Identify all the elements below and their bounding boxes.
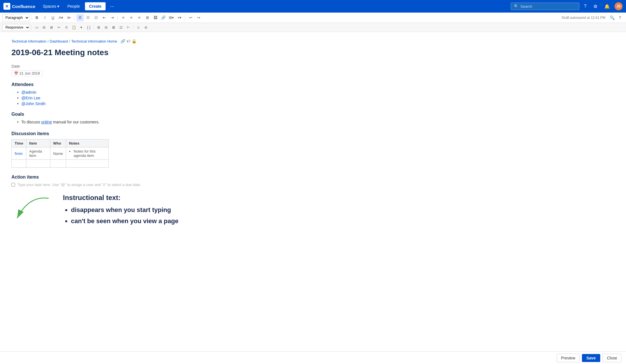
bullet-list-button[interactable]: ☰ bbox=[76, 14, 84, 21]
user-avatar[interactable]: JS bbox=[615, 2, 623, 10]
toolbar2-separator bbox=[94, 25, 94, 30]
mention-admin[interactable]: @admin bbox=[21, 90, 36, 95]
table-delete-button[interactable]: ⊠ bbox=[110, 24, 117, 31]
table-header-button[interactable]: ⊞ bbox=[95, 24, 102, 31]
goal-link[interactable]: online bbox=[41, 120, 52, 124]
layout-1col-button[interactable]: ▭ bbox=[33, 24, 40, 31]
redo-button[interactable]: ↪ bbox=[195, 14, 202, 21]
date-label: Date bbox=[11, 64, 615, 69]
table-row bbox=[12, 160, 109, 168]
toolbar-search-button[interactable]: 🔍 bbox=[608, 14, 616, 21]
breadcrumb-tech-home[interactable]: Technical information Home bbox=[71, 39, 117, 43]
cell-item: Agenda item bbox=[26, 147, 50, 160]
table-merge-button[interactable]: ⊡ bbox=[118, 24, 124, 31]
table-button[interactable]: ⊞ bbox=[144, 14, 151, 21]
emoticon-button[interactable]: ☺ bbox=[135, 24, 142, 31]
instructional-title: Instructional text: bbox=[63, 193, 179, 203]
table-insert-button[interactable]: ⊟ bbox=[103, 24, 110, 31]
settings-icon[interactable]: ⚙ bbox=[591, 2, 600, 11]
toolbar-help-button[interactable]: ? bbox=[616, 14, 624, 21]
confluence-logo[interactable]: ✕ Confluence bbox=[3, 3, 35, 10]
people-menu[interactable]: People bbox=[64, 2, 83, 10]
mention-john[interactable]: @John Smith bbox=[21, 101, 45, 106]
breadcrumb: Technical information / Dashboard / Tech… bbox=[11, 39, 615, 43]
time-link[interactable]: 5min bbox=[15, 151, 23, 156]
instructional-bullets: disappears when you start typing can't b… bbox=[63, 205, 179, 226]
list-item: @admin bbox=[17, 90, 615, 95]
outdent-button[interactable]: ⇤ bbox=[100, 14, 108, 21]
mention-erin[interactable]: @Erin Lee bbox=[21, 96, 40, 100]
indent-button[interactable]: ⇥ bbox=[108, 14, 116, 21]
cut-button[interactable]: ✂ bbox=[56, 24, 62, 31]
align-right-button[interactable]: ≡ bbox=[136, 14, 143, 21]
paste-button[interactable]: 📋 bbox=[70, 24, 77, 31]
image-button[interactable]: 🖼 bbox=[152, 14, 159, 21]
attendees-label: Attendees bbox=[11, 82, 615, 87]
copy-link-icon[interactable]: 🔗 bbox=[120, 39, 125, 43]
col-notes: Notes bbox=[66, 139, 109, 147]
action-placeholder-text: Type your task here. Use "@" to assign a… bbox=[17, 183, 141, 187]
page-title[interactable]: 2019-06-21 Meeting notes bbox=[11, 48, 615, 57]
more-text-button[interactable]: ≫ bbox=[65, 14, 73, 21]
toolbar-separator bbox=[31, 15, 31, 21]
goals-label: Goals bbox=[11, 112, 615, 117]
toolbar2-separator bbox=[133, 25, 134, 30]
undo-button[interactable]: ↩ bbox=[187, 14, 194, 21]
search-bar[interactable]: 🔍 bbox=[511, 3, 579, 10]
breadcrumb-technical-info[interactable]: Technical information bbox=[11, 39, 46, 43]
help-icon[interactable]: ? bbox=[582, 2, 589, 11]
notifications-icon[interactable]: 🔔 bbox=[602, 2, 612, 11]
cell-who: Name bbox=[50, 147, 66, 160]
underline-button[interactable]: U bbox=[49, 14, 57, 21]
editor-content-area[interactable]: Technical information / Dashboard / Tech… bbox=[0, 32, 626, 351]
toolbar-separator bbox=[118, 15, 118, 21]
col-who: Who bbox=[50, 139, 66, 147]
number-list-button[interactable]: ☷ bbox=[84, 14, 92, 21]
list-item: @John Smith bbox=[17, 101, 615, 106]
breadcrumb-dashboard[interactable]: Dashboard bbox=[50, 39, 68, 43]
more-nav-menu[interactable]: ··· bbox=[108, 2, 117, 11]
attendees-list: @admin @Erin Lee @John Smith bbox=[11, 90, 615, 106]
layout-sidebar-button[interactable]: ⊞ bbox=[48, 24, 55, 31]
text-color-button[interactable]: A▾ bbox=[57, 14, 65, 21]
search-input[interactable] bbox=[520, 4, 576, 9]
format-clear-button[interactable]: ✦ bbox=[78, 24, 85, 31]
link-button[interactable]: 🔗 bbox=[160, 14, 167, 21]
spaces-menu[interactable]: Spaces ▾ bbox=[40, 2, 62, 10]
toolbar-separator bbox=[185, 15, 185, 21]
cell-notes: Notes for this agenda item bbox=[66, 147, 109, 160]
align-left-button[interactable]: ≡ bbox=[120, 14, 127, 21]
cell-time: 5min bbox=[12, 147, 26, 160]
goal-text-after: manual for our customers. bbox=[53, 120, 100, 124]
action-label: Action items bbox=[11, 175, 615, 180]
paragraph-style-select[interactable]: Paragraph bbox=[2, 14, 29, 21]
table-split-button[interactable]: ⊢ bbox=[125, 24, 132, 31]
list-item: @Erin Lee bbox=[17, 96, 615, 100]
italic-button[interactable]: I bbox=[41, 14, 49, 21]
cell-notes-empty bbox=[66, 160, 109, 168]
insert-button[interactable]: ⊞▾ bbox=[168, 14, 175, 21]
task-button[interactable]: ☑ bbox=[92, 14, 100, 21]
layout-2col-button[interactable]: ⊟ bbox=[41, 24, 47, 31]
discussion-table: Time Item Who Notes 5min Agenda item Nam… bbox=[11, 139, 109, 168]
restrict-icon[interactable]: 🔒 bbox=[132, 39, 136, 43]
date-text: 21 Jun 2019 bbox=[19, 71, 40, 75]
list-item: disappears when you start typing bbox=[71, 205, 179, 215]
create-button[interactable]: Create bbox=[85, 2, 106, 10]
editor-toolbar-1: Paragraph B I U A▾ ≫ ☰ ☷ ☑ ⇤ ⇥ ≡ ≡ ≡ ⊞ 🖼… bbox=[0, 13, 626, 23]
responsive-select[interactable]: Responsive bbox=[2, 24, 30, 31]
action-section: Type your task here. Use "@" to assign a… bbox=[11, 183, 615, 187]
action-checkbox[interactable] bbox=[11, 183, 15, 187]
more-insert-button[interactable]: +▾ bbox=[176, 14, 183, 21]
toolbar2-separator bbox=[31, 25, 32, 30]
macro-button[interactable]: { } bbox=[85, 24, 92, 31]
label-icon[interactable]: 🏷 bbox=[126, 39, 130, 43]
copy-button[interactable]: ⎘ bbox=[63, 24, 70, 31]
calendar-icon: 📅 bbox=[14, 71, 18, 75]
editor-toolbar-2: Responsive ▭ ⊟ ⊞ ✂ ⎘ 📋 ✦ { } ⊞ ⊟ ⊠ ⊡ ⊢ ☺… bbox=[0, 23, 626, 32]
bold-button[interactable]: B bbox=[33, 14, 41, 21]
confluence-logo-icon: ✕ bbox=[3, 3, 10, 10]
table-row: 5min Agenda item Name Notes for this age… bbox=[12, 147, 109, 160]
disable-button[interactable]: ⊘ bbox=[142, 24, 149, 31]
align-center-button[interactable]: ≡ bbox=[128, 14, 135, 21]
